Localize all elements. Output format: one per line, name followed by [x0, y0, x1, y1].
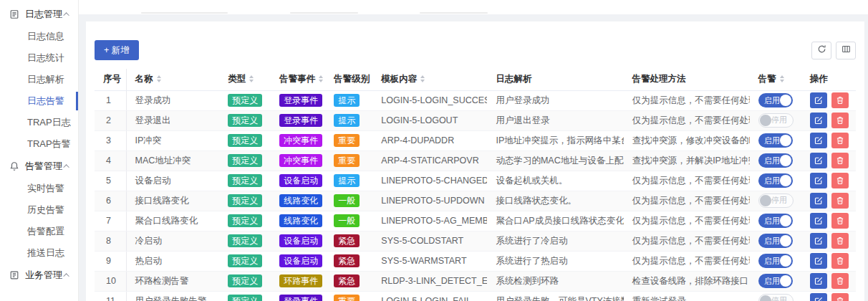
sidebar-item-TRAP日志[interactable]: TRAP日志 [0, 112, 78, 133]
delete-button[interactable] [831, 253, 849, 269]
sort-icon[interactable] [157, 75, 161, 82]
edit-button[interactable] [810, 153, 827, 168]
cell-level: 提示 [325, 110, 372, 130]
event-badge: 冲突事件 [279, 154, 322, 167]
cell-template: SYS-5-WARMSTART [372, 251, 487, 271]
cell-type: 预定义 [219, 171, 271, 191]
column-header-名称[interactable]: 名称 [126, 69, 219, 90]
sidebar-group-header[interactable]: 日志管理 [0, 3, 78, 26]
alert-enabled-toggle[interactable]: 启用 [758, 93, 793, 108]
alert-enabled-toggle[interactable]: 启用 [758, 173, 793, 188]
sidebar-item-实时告警[interactable]: 实时告警 [0, 178, 78, 199]
edit-button[interactable] [810, 133, 827, 148]
refresh-button[interactable] [811, 42, 831, 59]
column-header-类型[interactable]: 类型 [219, 69, 271, 90]
alert-enabled-toggle[interactable]: 启用 [758, 133, 793, 148]
delete-button[interactable] [831, 153, 849, 168]
delete-button[interactable] [831, 173, 849, 188]
sidebar-item-推送日志[interactable]: 推送日志 [0, 242, 78, 264]
cell-index: 4 [95, 150, 126, 171]
sidebar-item-日志解析[interactable]: 日志解析 [0, 69, 78, 90]
column-header-告警事件[interactable]: 告警事件 [271, 69, 325, 90]
column-header-label: 告警 [758, 74, 776, 84]
edit-button[interactable] [810, 213, 827, 229]
toggle-label: 停用 [771, 115, 787, 125]
edit-button[interactable] [810, 273, 827, 289]
toggle-label: 启用 [764, 256, 780, 267]
cell-template: LOGIN-5-LOGIN_SUCCESS [372, 90, 487, 110]
cell-type: 预定义 [219, 271, 271, 291]
delete-button[interactable] [831, 92, 849, 108]
delete-button[interactable] [831, 293, 849, 301]
filter-input-underline[interactable] [141, 12, 228, 14]
table-row: 5设备启动预定义设备启动提示LINEPROTO-5-CHANGED设备起机或关机… [95, 171, 856, 191]
sort-icon[interactable] [249, 75, 254, 82]
chevron-up-icon [63, 164, 69, 170]
sidebar-item-历史告警[interactable]: 历史告警 [0, 199, 78, 221]
toggle-knob [780, 175, 791, 186]
cell-log-parse: 动态学习的MAC地址与设备上配置的静态A... [487, 150, 623, 171]
edit-button[interactable] [810, 253, 827, 269]
column-header-告警级别[interactable]: 告警级别 [325, 69, 372, 90]
edit-button[interactable] [810, 173, 827, 188]
level-badge: 提示 [334, 174, 360, 187]
column-header-模板内容[interactable]: 模板内容 [372, 69, 487, 90]
cell-level: 提示 [325, 171, 372, 191]
column-settings-button[interactable] [836, 42, 856, 59]
delete-button[interactable] [831, 193, 849, 209]
sort-icon[interactable] [780, 75, 784, 82]
sidebar-item-日志信息[interactable]: 日志信息 [0, 26, 78, 47]
cell-alert-toggle: 启用 [750, 271, 801, 291]
alert-enabled-toggle[interactable]: 启用 [758, 153, 793, 168]
alert-enabled-toggle[interactable]: 停用 [758, 194, 794, 208]
cell-level: 重要 [325, 291, 372, 301]
event-badge: 线路变化 [279, 194, 322, 207]
toggle-knob [760, 195, 771, 206]
sort-icon[interactable] [420, 75, 425, 82]
delete-button[interactable] [831, 273, 849, 289]
edit-button[interactable] [810, 113, 827, 128]
toggle-label: 启用 [764, 156, 780, 166]
alert-enabled-toggle[interactable]: 停用 [758, 294, 794, 301]
cell-event: 登录事件 [271, 291, 325, 301]
event-badge: 设备启动 [279, 234, 322, 247]
filter-input-underline[interactable] [420, 12, 488, 14]
alert-enabled-toggle[interactable]: 启用 [758, 234, 793, 248]
sidebar-item-日志统计[interactable]: 日志统计 [0, 47, 78, 69]
add-button[interactable]: + 新增 [95, 40, 139, 60]
toggle-label: 启用 [764, 95, 780, 106]
filter-input-underline[interactable] [290, 12, 358, 14]
action-buttons [810, 293, 852, 301]
sidebar-item-告警配置[interactable]: 告警配置 [0, 221, 78, 242]
edit-button[interactable] [810, 293, 827, 301]
sidebar-item-label: 实时告警 [27, 182, 64, 195]
cell-log-parse: 系统进行了热启动 [487, 251, 623, 271]
event-badge: 冲突事件 [279, 134, 322, 147]
sidebar-item-label: 告警配置 [27, 225, 64, 238]
edit-button[interactable] [810, 233, 827, 249]
sidebar-item-日志告警[interactable]: 日志告警 [0, 90, 78, 112]
sort-icon[interactable] [319, 75, 323, 82]
sidebar-group-header[interactable]: 告警管理 [0, 155, 78, 178]
alert-enabled-toggle[interactable]: 启用 [758, 214, 793, 228]
column-header-操作: 操作 [801, 69, 856, 90]
alert-enabled-toggle[interactable]: 启用 [758, 274, 793, 288]
cell-handle-method: 仅为提示信息，不需要任何处理。 [624, 191, 750, 211]
type-badge: 预定义 [228, 214, 262, 227]
alert-enabled-toggle[interactable]: 停用 [758, 113, 794, 128]
edit-button[interactable] [810, 92, 827, 108]
sidebar-group-header[interactable]: 业务管理 [0, 264, 78, 287]
cell-template: ARP-4-DUPADDR [372, 130, 487, 150]
alert-enabled-toggle[interactable]: 启用 [758, 254, 793, 268]
edit-button[interactable] [810, 193, 827, 209]
delete-button[interactable] [831, 133, 849, 148]
sidebar-item-TRAP告警[interactable]: TRAP告警 [0, 133, 78, 155]
delete-button[interactable] [831, 233, 849, 249]
column-header-告警[interactable]: 告警 [750, 69, 801, 90]
delete-button[interactable] [831, 213, 849, 229]
delete-button[interactable] [831, 113, 849, 128]
cell-actions [801, 191, 856, 211]
cell-type: 预定义 [219, 150, 271, 171]
type-badge: 预定义 [228, 174, 262, 187]
cell-index: 6 [95, 191, 126, 211]
